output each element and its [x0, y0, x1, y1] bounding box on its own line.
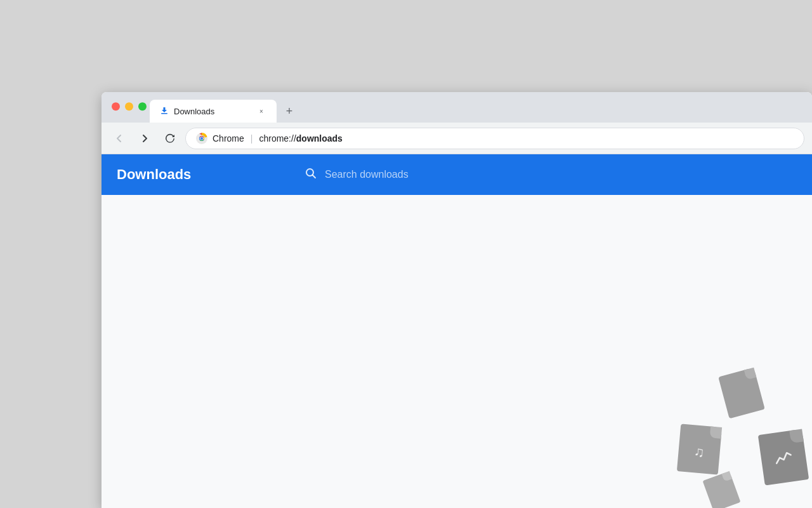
- downloads-body: ♫: [102, 195, 812, 508]
- svg-rect-0: [161, 113, 167, 114]
- address-bold: downloads: [296, 133, 343, 144]
- forward-button[interactable]: [134, 128, 155, 149]
- window-close-button[interactable]: [112, 102, 120, 110]
- address-chrome-label: Chrome: [213, 133, 244, 144]
- back-button[interactable]: [109, 128, 129, 149]
- decorative-file-icon-1: [718, 368, 765, 419]
- decorative-file-icon-3: [758, 429, 809, 486]
- browser-window: Downloads × +: [102, 92, 812, 508]
- navigation-bar: Chrome | chrome://downloads: [102, 123, 812, 154]
- title-bar: Downloads × +: [102, 92, 812, 123]
- address-separator: |: [251, 133, 253, 144]
- page-content: Downloads: [102, 154, 812, 508]
- tab-download-icon: [160, 106, 169, 117]
- new-tab-button[interactable]: +: [279, 102, 299, 120]
- search-downloads-input[interactable]: [325, 169, 787, 180]
- tab-close-button[interactable]: ×: [256, 106, 266, 116]
- downloads-header: Downloads: [102, 154, 812, 195]
- tab-title: Downloads: [174, 107, 251, 116]
- chrome-icon: [196, 133, 207, 144]
- audio-icon-symbol: ♫: [693, 443, 705, 460]
- desktop: Downloads × +: [0, 0, 812, 508]
- empty-state-illustration: ♫: [672, 368, 812, 508]
- svg-line-6: [313, 175, 316, 178]
- svg-point-4: [200, 137, 203, 139]
- decorative-file-icon-4: [702, 471, 740, 508]
- address-prefix: chrome://: [259, 133, 296, 144]
- tabs-area: Downloads × +: [150, 92, 299, 123]
- window-minimize-button[interactable]: [125, 102, 133, 110]
- chart-icon-symbol: [774, 450, 794, 470]
- search-icon: [304, 167, 317, 183]
- address-bar[interactable]: Chrome | chrome://downloads: [185, 128, 804, 149]
- reload-button[interactable]: [160, 128, 180, 149]
- decorative-file-icon-2: ♫: [677, 424, 722, 474]
- window-maximize-button[interactable]: [138, 102, 147, 110]
- downloads-page-title: Downloads: [117, 166, 294, 183]
- tab-downloads[interactable]: Downloads ×: [150, 100, 277, 123]
- search-bar: [294, 167, 797, 183]
- window-controls: [112, 102, 147, 110]
- address-url: chrome://downloads: [259, 133, 342, 144]
